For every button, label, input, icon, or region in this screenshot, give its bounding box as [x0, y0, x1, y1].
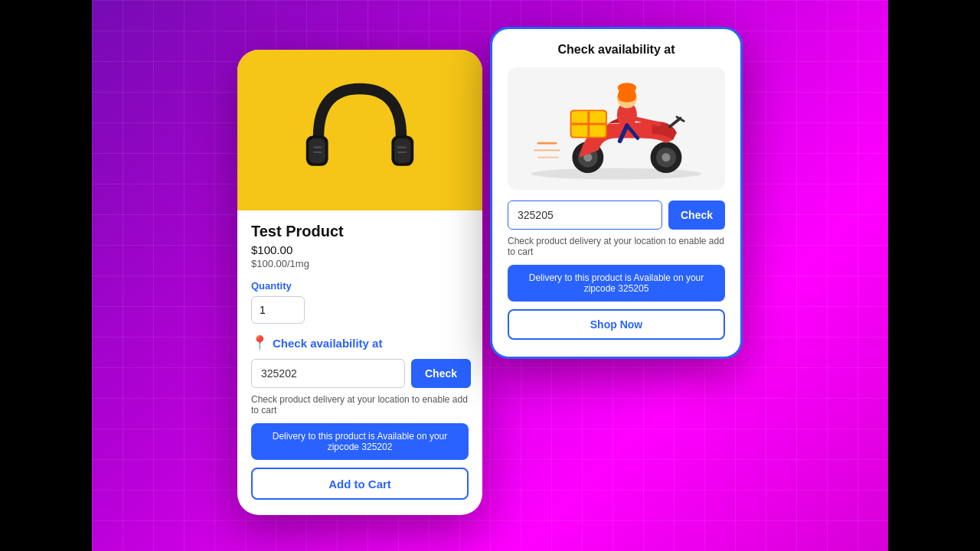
svg-rect-1 — [309, 139, 325, 163]
popup-check-button[interactable]: Check — [668, 201, 725, 230]
product-image — [237, 50, 482, 210]
scene: Test Product $100.00 $100.00/1mg Quantit… — [237, 27, 743, 524]
svg-rect-3 — [394, 139, 411, 163]
delivery-hint: Check product delivery at your location … — [251, 394, 469, 416]
delivery-illustration — [508, 67, 725, 190]
check-availability-label: Check availability at — [273, 337, 382, 350]
popup-availability-banner: Delivery to this product is Available on… — [508, 265, 725, 302]
black-bar-left — [0, 0, 92, 551]
svg-point-19 — [618, 83, 636, 93]
black-bar-right — [888, 0, 980, 551]
quantity-label: Quantity — [251, 280, 469, 292]
phone-card: Test Product $100.00 $100.00/1mg Quantit… — [237, 50, 482, 515]
quantity-input[interactable] — [251, 296, 305, 324]
svg-line-15 — [670, 118, 681, 126]
popup-title: Check availability at — [508, 43, 725, 57]
product-name: Test Product — [251, 223, 469, 240]
check-button[interactable]: Check — [411, 359, 471, 388]
popup-zipcode-input[interactable] — [508, 201, 662, 230]
zipcode-row: Check — [251, 359, 469, 388]
product-price-main: $100.00 — [251, 243, 469, 256]
product-price-unit: $100.00/1mg — [251, 258, 469, 269]
popup-delivery-hint: Check product delivery at your location … — [508, 236, 725, 257]
shop-now-button[interactable]: Shop Now — [508, 309, 725, 340]
headphones-illustration — [291, 61, 429, 199]
svg-point-14 — [662, 153, 670, 161]
scooter-illustration — [517, 73, 716, 184]
check-availability-row: 📍 Check availability at — [251, 334, 469, 351]
zipcode-input[interactable] — [251, 359, 405, 388]
availability-banner: Delivery to this product is Available on… — [251, 423, 469, 460]
svg-point-8 — [531, 168, 702, 179]
popup-card: Check availability at — [490, 27, 743, 359]
location-icon: 📍 — [251, 334, 268, 351]
popup-zipcode-row: Check — [508, 201, 725, 230]
add-to-cart-button[interactable]: Add to Cart — [251, 468, 469, 500]
product-info: Test Product $100.00 $100.00/1mg Quantit… — [237, 210, 482, 515]
